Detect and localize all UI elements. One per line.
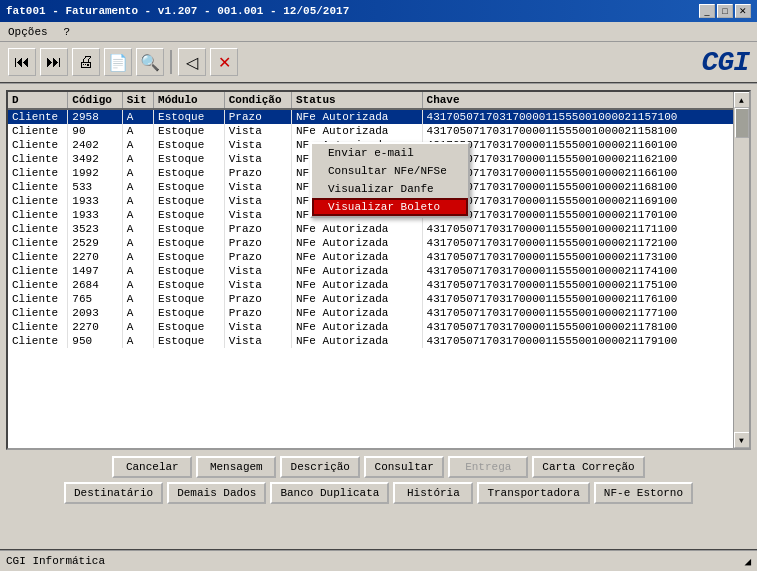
nfe-estorno-button[interactable]: NF-e Estorno xyxy=(594,482,693,504)
table-row[interactable]: Cliente2093AEstoquePrazoNFe Autorizada43… xyxy=(8,306,749,320)
scroll-up-button[interactable]: ▲ xyxy=(734,92,750,108)
table-row[interactable]: Cliente2684AEstoqueVistaNFe Autorizada43… xyxy=(8,278,749,292)
new-button[interactable]: 📄 xyxy=(104,48,132,76)
cell-status: NFe Autorizada xyxy=(292,334,423,348)
close-button[interactable]: ✕ xyxy=(735,4,751,18)
scroll-left-button[interactable]: ◀ xyxy=(8,449,24,451)
banco-duplicata-button[interactable]: Banco Duplicata xyxy=(270,482,389,504)
cell-condicao: Prazo xyxy=(224,222,291,236)
col-condicao: Condição xyxy=(224,92,291,109)
carta-correcao-button[interactable]: Carta Correção xyxy=(532,456,644,478)
context-menu-danfe[interactable]: Visualizar Danfe xyxy=(312,180,468,198)
cell-modulo: Estoque xyxy=(154,208,225,222)
mensagem-button[interactable]: Mensagem xyxy=(196,456,276,478)
cell-modulo: Estoque xyxy=(154,264,225,278)
cell-condicao: Vista xyxy=(224,152,291,166)
resize-icon: ◢ xyxy=(744,555,751,568)
col-chave: Chave xyxy=(422,92,748,109)
demais-dados-button[interactable]: Demais Dados xyxy=(167,482,266,504)
scroll-h-track[interactable] xyxy=(24,449,733,450)
cell-modulo: Estoque xyxy=(154,138,225,152)
scroll-down-button[interactable]: ▼ xyxy=(734,432,750,448)
historia-button[interactable]: História xyxy=(393,482,473,504)
cell-codigo: 2958 xyxy=(68,109,122,124)
table-row[interactable]: Cliente2529AEstoquePrazoNFe Autorizada43… xyxy=(8,236,749,250)
cell-modulo: Estoque xyxy=(154,250,225,264)
context-menu-boleto[interactable]: Visualizar Boleto xyxy=(312,198,468,216)
table-row[interactable]: Cliente90AEstoqueVistaNFe Autorizada4317… xyxy=(8,124,749,138)
cell-d: Cliente xyxy=(8,124,68,138)
col-codigo: Código xyxy=(68,92,122,109)
descricao-button[interactable]: Descrição xyxy=(280,456,360,478)
cell-codigo: 2093 xyxy=(68,306,122,320)
cell-modulo: Estoque xyxy=(154,320,225,334)
status-bar: CGI Informática ◢ xyxy=(0,549,757,571)
cell-chave: 43170507170317000011555001000021166100 xyxy=(422,166,748,180)
cell-codigo: 2684 xyxy=(68,278,122,292)
cell-chave: 43170507170317000011555001000021178100 xyxy=(422,320,748,334)
menu-help[interactable]: ? xyxy=(60,25,75,39)
cell-sit: A xyxy=(122,264,153,278)
delete-button[interactable]: ✕ xyxy=(210,48,238,76)
cell-condicao: Vista xyxy=(224,124,291,138)
next-button[interactable]: ⏭ xyxy=(40,48,68,76)
context-menu-email[interactable]: Enviar e-mail xyxy=(312,144,468,162)
maximize-button[interactable]: □ xyxy=(717,4,733,18)
scroll-right-button[interactable]: ▶ xyxy=(733,449,749,451)
cell-modulo: Estoque xyxy=(154,306,225,320)
cell-sit: A xyxy=(122,124,153,138)
cell-modulo: Estoque xyxy=(154,236,225,250)
table-row[interactable]: Cliente3523AEstoquePrazoNFe Autorizada43… xyxy=(8,222,749,236)
transportadora-button[interactable]: Transportadora xyxy=(477,482,589,504)
vertical-scrollbar[interactable]: ▲ ▼ xyxy=(733,92,749,448)
scroll-track[interactable] xyxy=(734,108,749,432)
context-menu-consultar[interactable]: Consultar NFe/NFSe xyxy=(312,162,468,180)
cell-status: NFe Autorizada xyxy=(292,292,423,306)
print-button[interactable]: 🖨 xyxy=(72,48,100,76)
cell-codigo: 1497 xyxy=(68,264,122,278)
cell-d: Cliente xyxy=(8,180,68,194)
cell-d: Cliente xyxy=(8,250,68,264)
cell-condicao: Prazo xyxy=(224,109,291,124)
context-menu: Enviar e-mail Consultar NFe/NFSe Visuali… xyxy=(310,142,470,218)
table-row[interactable]: Cliente2270AEstoqueVistaNFe Autorizada43… xyxy=(8,320,749,334)
cell-chave: 43170507170317000011555001000021158100 xyxy=(422,124,748,138)
cell-sit: A xyxy=(122,138,153,152)
cell-condicao: Vista xyxy=(224,180,291,194)
table-row[interactable]: Cliente2958AEstoquePrazoNFe Autorizada43… xyxy=(8,109,749,124)
find-button[interactable]: 🔍 xyxy=(136,48,164,76)
cell-sit: A xyxy=(122,194,153,208)
cancelar-button[interactable]: Cancelar xyxy=(112,456,192,478)
horizontal-scrollbar[interactable]: ◀ ▶ xyxy=(8,448,749,450)
consultar-button[interactable]: Consultar xyxy=(364,456,444,478)
cell-sit: A xyxy=(122,208,153,222)
cell-condicao: Prazo xyxy=(224,306,291,320)
cell-chave: 43170507170317000011555001000021174100 xyxy=(422,264,748,278)
col-modulo: Módulo xyxy=(154,92,225,109)
cell-chave: 43170507170317000011555001000021171100 xyxy=(422,222,748,236)
menu-opcoes[interactable]: Opções xyxy=(4,25,52,39)
cell-d: Cliente xyxy=(8,208,68,222)
minimize-button[interactable]: _ xyxy=(699,4,715,18)
button-row-2: Destinatário Demais Dados Banco Duplicat… xyxy=(6,482,751,504)
cell-d: Cliente xyxy=(8,292,68,306)
window-controls[interactable]: _ □ ✕ xyxy=(699,4,751,18)
table-row[interactable]: Cliente1497AEstoqueVistaNFe Autorizada43… xyxy=(8,264,749,278)
scroll-thumb[interactable] xyxy=(735,108,749,138)
send-button[interactable]: ◁ xyxy=(178,48,206,76)
table-row[interactable]: Cliente2270AEstoquePrazoNFe Autorizada43… xyxy=(8,250,749,264)
cell-d: Cliente xyxy=(8,109,68,124)
destinatario-button[interactable]: Destinatário xyxy=(64,482,163,504)
cell-codigo: 3492 xyxy=(68,152,122,166)
first-button[interactable]: ⏮ xyxy=(8,48,36,76)
cell-codigo: 2529 xyxy=(68,236,122,250)
table-row[interactable]: Cliente950AEstoqueVistaNFe Autorizada431… xyxy=(8,334,749,348)
cell-codigo: 2270 xyxy=(68,250,122,264)
entrega-button[interactable]: Entrega xyxy=(448,456,528,478)
cell-status: NFe Autorizada xyxy=(292,306,423,320)
table-row[interactable]: Cliente765AEstoquePrazoNFe Autorizada431… xyxy=(8,292,749,306)
cell-chave: 43170507170317000011555001000021169100 xyxy=(422,194,748,208)
cell-sit: A xyxy=(122,166,153,180)
cell-d: Cliente xyxy=(8,138,68,152)
cell-sit: A xyxy=(122,250,153,264)
